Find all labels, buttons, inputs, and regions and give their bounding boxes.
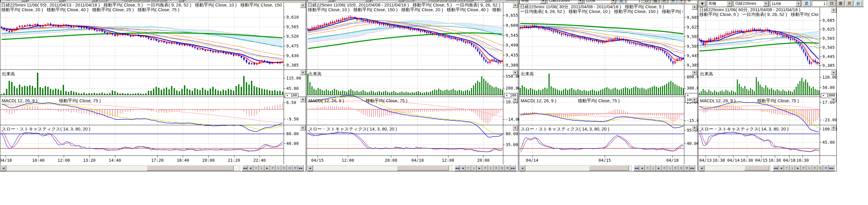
- minute-button[interactable]: 分▼: [167, 0, 184, 2]
- chevron-down-icon[interactable]: ▼: [22, 0, 27, 2]
- weekly-button[interactable]: 週: [837, 1, 844, 6]
- chevron-down-icon[interactable]: ▼: [763, 1, 769, 6]
- chart-canvas[interactable]: [519, 0, 698, 171]
- nav-button[interactable]: ◀: [639, 165, 645, 171]
- section-dropdown-button[interactable]: ▼: [692, 126, 697, 131]
- nav-button[interactable]: L: [276, 165, 281, 171]
- nav-button[interactable]: M: [684, 165, 690, 171]
- toolbar-input[interactable]: 60: [185, 0, 200, 2]
- nav-button[interactable]: M: [292, 165, 298, 171]
- nav-button[interactable]: Q: [499, 165, 505, 171]
- section-dropdown-button[interactable]: ▼: [300, 126, 306, 131]
- monthly-button[interactable]: 月: [448, 0, 456, 2]
- nav-button[interactable]: R: [281, 165, 287, 171]
- instrument-type-select[interactable]: 先物▼: [707, 1, 733, 7]
- chevron-down-icon[interactable]: ▼: [540, 0, 546, 3]
- scroll-left-button[interactable]: ◀: [1, 165, 6, 171]
- nav-button[interactable]: ▶: [656, 165, 662, 171]
- nav-button[interactable]: ▶: [477, 165, 483, 171]
- chevron-down-icon[interactable]: ▼: [796, 1, 801, 6]
- nav-button[interactable]: ↓: [650, 165, 656, 171]
- chart-canvas[interactable]: [0, 0, 306, 171]
- nav-button[interactable]: Q: [287, 165, 292, 171]
- section-dropdown-button[interactable]: ▼: [513, 97, 518, 102]
- nav-button[interactable]: R: [673, 165, 678, 171]
- chevron-down-icon[interactable]: ▼: [92, 0, 97, 2]
- nav-button[interactable]: R: [494, 165, 499, 171]
- minute-button[interactable]: 分▼: [473, 0, 491, 2]
- instrument-type-select[interactable]: 先物▼: [1, 0, 27, 2]
- section-dropdown-button[interactable]: ▼: [831, 70, 836, 75]
- bar-type-button[interactable]: 足: [617, 0, 626, 3]
- toolbar-input[interactable]: 1: [812, 1, 827, 6]
- toolbar-input[interactable]: 1: [414, 0, 429, 2]
- h-scrollbar-thumb[interactable]: [147, 166, 234, 171]
- chart-canvas[interactable]: [698, 0, 837, 171]
- nav-button[interactable]: ↑: [253, 165, 259, 171]
- nav-button[interactable]: ◀: [778, 165, 784, 171]
- toolbar-input[interactable]: 600: [214, 0, 230, 2]
- toolbar-input[interactable]: 1: [108, 0, 123, 2]
- chevron-down-icon[interactable]: ▼: [365, 0, 371, 2]
- nav-button[interactable]: P: [483, 165, 488, 171]
- nav-button[interactable]: ◀: [248, 165, 253, 171]
- bar-type-button[interactable]: 足: [98, 0, 107, 2]
- h-scrollbar-track[interactable]: [705, 165, 771, 171]
- section-dropdown-button[interactable]: ▼: [513, 126, 518, 131]
- minute-button[interactable]: 分: [457, 0, 465, 2]
- h-scrollbar-track[interactable]: [525, 165, 632, 171]
- nav-button[interactable]: M: [823, 165, 829, 171]
- daily-button[interactable]: 日: [124, 0, 131, 2]
- contract-month-select[interactable]: 11/06▼: [372, 0, 404, 2]
- daily-button[interactable]: 日: [643, 0, 650, 3]
- nav-button[interactable]: ↑: [645, 165, 650, 171]
- nav-button[interactable]: ▶: [265, 165, 270, 171]
- contract-month-select[interactable]: 11/06▼: [65, 0, 97, 2]
- chart-canvas[interactable]: [307, 0, 518, 171]
- chevron-down-icon[interactable]: ▼: [328, 0, 334, 2]
- contract-month-select[interactable]: 11/06▼: [584, 0, 616, 4]
- scroll-left-button[interactable]: ◀: [307, 165, 313, 171]
- section-dropdown-button[interactable]: ▼: [300, 97, 306, 102]
- nav-button[interactable]: ◀: [460, 165, 466, 171]
- weekly-button[interactable]: 週: [439, 0, 447, 2]
- toolbar-input[interactable]: 60: [492, 0, 506, 2]
- section-dropdown-button[interactable]: ▼: [692, 97, 697, 102]
- window-dropdown-button[interactable]: ▼: [699, 1, 706, 6]
- nav-button[interactable]: ↓: [471, 165, 477, 171]
- nav-button[interactable]: ▶▶: [829, 165, 834, 171]
- symbol-select[interactable]: 日経225mini▼: [28, 0, 64, 2]
- symbol-select[interactable]: 日経225mini▼: [734, 1, 769, 7]
- chevron-down-icon[interactable]: ▼: [485, 0, 490, 2]
- nav-button[interactable]: P: [801, 165, 806, 171]
- chevron-down-icon[interactable]: ▼: [697, 0, 698, 3]
- nav-button[interactable]: L: [667, 165, 673, 171]
- nav-button[interactable]: ◀◀: [633, 165, 639, 171]
- minute-button[interactable]: 分: [150, 0, 158, 2]
- monthly-button[interactable]: 月: [846, 1, 853, 6]
- daily-button[interactable]: 日: [828, 1, 836, 6]
- weekly-button[interactable]: 週: [652, 0, 659, 3]
- h-scrollbar-thumb[interactable]: [397, 166, 449, 171]
- nav-button[interactable]: L: [488, 165, 494, 171]
- toolbar-input[interactable]: 1: [627, 0, 642, 3]
- symbol-select[interactable]: 日経225mini▼: [547, 0, 583, 4]
- section-dropdown-button[interactable]: ▼: [692, 5, 697, 10]
- chevron-down-icon[interactable]: ▼: [398, 0, 404, 2]
- add-button[interactable]: ＋: [159, 0, 166, 2]
- nav-button[interactable]: Q: [817, 165, 823, 171]
- nav-button[interactable]: L: [806, 165, 812, 171]
- section-dropdown-button[interactable]: ▼: [692, 70, 697, 75]
- nav-button[interactable]: ◀◀: [242, 165, 248, 171]
- chevron-down-icon[interactable]: ▼: [178, 0, 184, 2]
- monthly-button[interactable]: 月: [660, 0, 668, 3]
- contract-month-select[interactable]: 11/06▼: [770, 1, 801, 7]
- nav-button[interactable]: ↑: [466, 165, 471, 171]
- nav-button[interactable]: ↓: [259, 165, 265, 171]
- minute-button[interactable]: 分: [855, 1, 862, 6]
- nav-button[interactable]: ▶▶: [298, 165, 304, 171]
- nav-button[interactable]: P: [662, 165, 667, 171]
- chevron-down-icon[interactable]: ▼: [578, 0, 583, 3]
- chevron-down-icon[interactable]: ▼: [59, 0, 64, 2]
- minute-button[interactable]: 分: [669, 0, 677, 3]
